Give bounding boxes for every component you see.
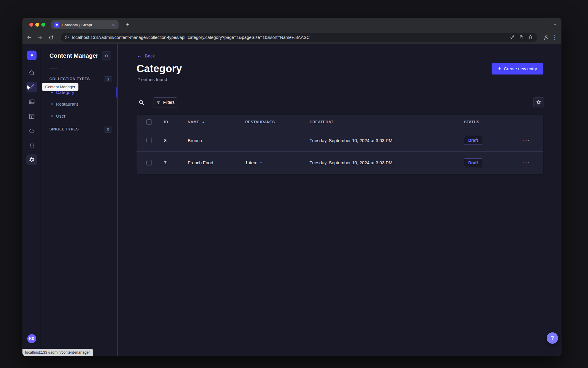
table-header-row: ID NAME ▲ RESTAURANTS CREATEDAT STATUS	[137, 115, 543, 129]
mouse-cursor	[26, 84, 31, 92]
cell-name: French Food	[188, 160, 245, 165]
user-avatar[interactable]: KD	[27, 334, 36, 343]
plus-icon: +	[498, 66, 501, 72]
cell-restaurants-expand[interactable]: 1 item ▼	[245, 160, 310, 165]
collection-types-label: COLLECTION TYPES	[49, 77, 90, 81]
sidebar-item-user[interactable]: User	[41, 110, 117, 121]
sidebar-search-button[interactable]	[102, 51, 111, 60]
password-key-icon[interactable]	[510, 34, 515, 41]
filters-label: Filters	[163, 100, 175, 105]
filter-icon	[156, 100, 161, 105]
status-badge: Draft	[464, 158, 482, 167]
close-window-button[interactable]	[29, 23, 33, 27]
cell-id: 7	[164, 160, 188, 165]
table-search-button[interactable]	[138, 99, 145, 106]
entries-table: ID NAME ▲ RESTAURANTS CREATEDAT STATUS 8…	[137, 115, 543, 174]
sidebar-item-label: Restaurant	[56, 101, 78, 107]
nav-tooltip: Content Manager	[42, 83, 78, 91]
nav-home-icon[interactable]	[26, 67, 37, 78]
maximize-window-button[interactable]	[41, 23, 45, 27]
status-badge: Draft	[464, 136, 482, 145]
create-button-label: Create new entry	[504, 66, 537, 71]
address-bar[interactable]: localhost:1337/admin/content-manager/col…	[61, 33, 537, 42]
header-name-sort[interactable]: NAME ▲	[188, 120, 245, 124]
nav-settings-icon[interactable]	[26, 154, 37, 165]
strapi-logo[interactable]	[27, 51, 37, 60]
main-content: ← Back Category 2 entries found + Create…	[118, 44, 561, 356]
row-checkbox[interactable]	[146, 138, 152, 143]
sidebar-title: Content Manager	[49, 52, 98, 59]
browser-toolbar: localhost:1337/admin/content-manager/col…	[22, 31, 561, 44]
header-id: ID	[164, 120, 188, 124]
link-preview-bubble: localhost:1337/admin/content-manager	[22, 349, 93, 356]
filters-button[interactable]: Filters	[154, 97, 177, 107]
bookmark-star-icon[interactable]	[528, 34, 533, 41]
row-checkbox[interactable]	[146, 160, 152, 165]
nav-media-library-icon[interactable]	[26, 96, 37, 107]
zoom-icon[interactable]	[519, 34, 524, 41]
main-nav-rail: KD	[22, 44, 41, 356]
content-manager-sidebar: Content Manager COLLECTION TYPES 3 Categ…	[41, 44, 118, 356]
sidebar-item-label: User	[56, 113, 66, 118]
sidebar-item-restaurant[interactable]: Restaurant	[41, 98, 117, 109]
view-settings-button[interactable]	[533, 97, 544, 107]
help-button[interactable]: ?	[547, 332, 558, 344]
cell-name: Brunch	[188, 138, 245, 143]
tab-search-chevron-icon[interactable]	[552, 22, 557, 28]
nav-content-type-builder-icon[interactable]	[26, 111, 37, 122]
create-new-entry-button[interactable]: + Create new entry	[492, 63, 543, 74]
site-info-icon[interactable]	[64, 35, 69, 40]
row-actions-icon[interactable]: ⋯	[523, 136, 529, 144]
bullet-icon	[51, 103, 53, 105]
cell-createdat: Tuesday, September 10, 2024 at 3:03 PM	[310, 160, 464, 165]
single-types-count-badge: 0	[104, 127, 112, 133]
nav-deploy-cloud-icon[interactable]	[26, 125, 37, 136]
url-text: localhost:1337/admin/content-manager/col…	[72, 35, 507, 40]
entries-count: 2 entries found	[137, 77, 167, 82]
single-types-label: SINGLE TYPES	[49, 127, 79, 131]
caret-down-icon: ▼	[260, 161, 262, 164]
browser-profile-icon[interactable]	[543, 34, 549, 41]
reload-icon[interactable]	[47, 34, 54, 41]
browser-window: Category | Strapi × + localhost:1337/adm…	[22, 18, 561, 356]
new-tab-button[interactable]: +	[124, 21, 131, 28]
tab-close-icon[interactable]: ×	[111, 22, 116, 28]
cell-restaurants: -	[245, 138, 310, 143]
tab-title: Category | Strapi	[62, 23, 108, 27]
restaurants-count-label: 1 item	[245, 160, 257, 165]
page-title: Category	[137, 63, 182, 74]
minimize-window-button[interactable]	[35, 23, 39, 27]
active-item-indicator	[116, 87, 117, 98]
cell-id: 8	[164, 138, 188, 143]
browser-menu-icon[interactable]: ⋮	[552, 34, 558, 41]
forward-icon[interactable]	[37, 34, 44, 41]
sort-asc-icon: ▲	[202, 121, 204, 123]
header-name-label: NAME	[188, 120, 199, 124]
select-all-checkbox[interactable]	[146, 119, 152, 125]
row-actions-icon[interactable]: ⋯	[523, 159, 529, 166]
back-icon[interactable]	[26, 34, 33, 41]
browser-tab[interactable]: Category | Strapi ×	[51, 20, 119, 29]
collection-types-count-badge: 3	[104, 76, 112, 82]
strapi-favicon-icon	[54, 22, 59, 28]
bullet-icon	[51, 115, 53, 117]
header-createdat: CREATEDAT	[310, 120, 464, 124]
back-arrow-icon: ←	[137, 53, 142, 58]
browser-tab-strip: Category | Strapi × +	[22, 18, 561, 31]
table-row[interactable]: 8 Brunch - Tuesday, September 10, 2024 a…	[137, 129, 543, 151]
nav-marketplace-icon[interactable]	[26, 140, 37, 150]
cell-createdat: Tuesday, September 10, 2024 at 3:03 PM	[310, 138, 464, 143]
back-link[interactable]: ← Back	[137, 53, 155, 58]
strapi-app: KD Content Manager COLLECTION TYPES 3 Ca…	[22, 44, 561, 356]
table-row[interactable]: 7 French Food 1 item ▼ Tuesday, Septembe…	[137, 151, 543, 174]
back-label: Back	[145, 53, 155, 58]
sidebar-divider	[49, 68, 58, 69]
header-restaurants: RESTAURANTS	[245, 120, 310, 124]
header-status: STATUS	[464, 120, 518, 124]
bullet-icon	[51, 92, 53, 93]
